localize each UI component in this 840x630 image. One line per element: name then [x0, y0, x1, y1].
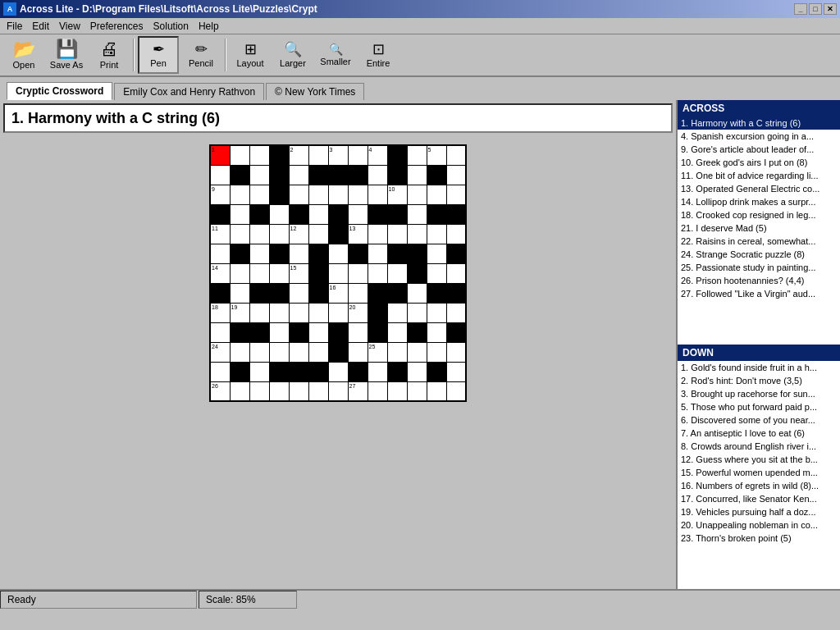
- cell-5-11[interactable]: [427, 244, 446, 263]
- across-clue-21[interactable]: 21. I deserve Mad (5): [678, 221, 840, 235]
- cell-12-2[interactable]: [249, 381, 269, 401]
- cell-3-3[interactable]: [269, 204, 289, 224]
- cell-1-2[interactable]: [249, 165, 269, 185]
- down-clue-6[interactable]: 6. Discovered some of you near...: [678, 413, 840, 427]
- cell-6-0[interactable]: 14: [210, 263, 230, 283]
- cell-8-2[interactable]: [249, 303, 269, 322]
- tab-copyright[interactable]: © New York Times: [266, 83, 364, 100]
- cell-6-4[interactable]: 15: [289, 263, 308, 283]
- cell-9-11[interactable]: [427, 322, 446, 342]
- across-clue-25[interactable]: 25. Passionate study in painting...: [678, 261, 840, 274]
- cell-9-3[interactable]: [269, 322, 289, 342]
- cell-9-7[interactable]: [348, 322, 368, 342]
- cell-10-5[interactable]: [308, 342, 328, 362]
- cell-7-10[interactable]: [407, 283, 427, 303]
- cell-8-3[interactable]: [269, 303, 289, 322]
- cell-4-8[interactable]: [368, 224, 387, 244]
- down-clue-20[interactable]: 20. Unappealing nobleman in co...: [678, 518, 840, 532]
- menu-view[interactable]: View: [54, 19, 85, 34]
- entire-button[interactable]: ⊡ Entire: [358, 36, 399, 74]
- across-clue-27[interactable]: 27. Followed "Like a Virgin" aud...: [678, 287, 840, 300]
- cell-10-12[interactable]: [446, 342, 466, 362]
- cell-5-2[interactable]: [249, 244, 269, 263]
- cell-4-9[interactable]: [387, 224, 407, 244]
- print-button[interactable]: 🖨 Print: [89, 36, 130, 74]
- cell-2-8[interactable]: [368, 185, 387, 204]
- cell-10-10[interactable]: [407, 342, 427, 362]
- cell-10-9[interactable]: [387, 342, 407, 362]
- cell-8-12[interactable]: [446, 303, 466, 322]
- cell-5-6[interactable]: [328, 244, 348, 263]
- cell-9-5[interactable]: [308, 322, 328, 342]
- cell-4-7[interactable]: 13: [348, 224, 368, 244]
- cell-2-11[interactable]: [427, 185, 446, 204]
- down-clue-5[interactable]: 5. Those who put forward paid p...: [678, 400, 840, 413]
- cell-12-5[interactable]: [308, 381, 328, 401]
- cell-3-5[interactable]: [308, 204, 328, 224]
- maximize-button[interactable]: □: [809, 3, 822, 15]
- across-clue-14[interactable]: 14. Lollipop drink makes a surpr...: [678, 195, 840, 208]
- cell-6-9[interactable]: [387, 263, 407, 283]
- cell-2-10[interactable]: [407, 185, 427, 204]
- cell-10-11[interactable]: [427, 342, 446, 362]
- cell-4-0[interactable]: 11: [210, 224, 230, 244]
- cell-2-9[interactable]: 10: [387, 185, 407, 204]
- cell-11-6[interactable]: [328, 362, 348, 381]
- cell-6-7[interactable]: [348, 263, 368, 283]
- cell-6-6[interactable]: [328, 263, 348, 283]
- cell-8-0[interactable]: 18: [210, 303, 230, 322]
- smaller-button[interactable]: 🔍 Smaller: [315, 36, 356, 74]
- down-clues-list[interactable]: 1. Gold's found inside fruit in a h...2.…: [678, 361, 840, 589]
- cell-11-0[interactable]: [210, 362, 230, 381]
- cell-2-4[interactable]: [289, 185, 308, 204]
- across-clue-9[interactable]: 9. Gore's article about leader of...: [678, 143, 840, 156]
- cell-10-3[interactable]: [269, 342, 289, 362]
- cell-10-2[interactable]: [249, 342, 269, 362]
- cell-2-12[interactable]: [446, 185, 466, 204]
- cell-0-10[interactable]: [407, 145, 427, 165]
- cell-4-1[interactable]: [230, 224, 249, 244]
- cell-0-2[interactable]: [249, 145, 269, 165]
- across-clue-4[interactable]: 4. Spanish excursion going in a...: [678, 130, 840, 143]
- cell-8-9[interactable]: [387, 303, 407, 322]
- down-clue-15[interactable]: 15. Powerful women upended m...: [678, 466, 840, 479]
- down-clue-23[interactable]: 23. Thorn's broken point (5): [678, 532, 840, 545]
- down-clue-19[interactable]: 19. Vehicles pursuing half a doz...: [678, 505, 840, 518]
- cell-2-0[interactable]: 9: [210, 185, 230, 204]
- cell-4-3[interactable]: [269, 224, 289, 244]
- cell-11-10[interactable]: [407, 362, 427, 381]
- cell-4-10[interactable]: [407, 224, 427, 244]
- cell-7-7[interactable]: [348, 283, 368, 303]
- cell-6-1[interactable]: [230, 263, 249, 283]
- down-clue-12[interactable]: 12. Guess where you sit at the b...: [678, 453, 840, 466]
- across-clue-13[interactable]: 13. Operated General Electric co...: [678, 182, 840, 195]
- cell-4-11[interactable]: [427, 224, 446, 244]
- open-button[interactable]: 📂 Open: [3, 36, 44, 74]
- cell-0-0[interactable]: 1: [210, 145, 230, 165]
- cell-5-0[interactable]: [210, 244, 230, 263]
- cell-11-8[interactable]: [368, 362, 387, 381]
- crossword-grid[interactable]: 1234591011121314151617181920212224252627: [209, 144, 467, 402]
- larger-button[interactable]: 🔍 Larger: [272, 36, 313, 74]
- cell-10-7[interactable]: [348, 342, 368, 362]
- minimize-button[interactable]: _: [794, 3, 807, 15]
- cell-12-10[interactable]: [407, 381, 427, 401]
- layout-button[interactable]: ⊞ Layout: [230, 36, 271, 74]
- tab-cryptic-crossword[interactable]: Cryptic Crossword: [7, 82, 112, 100]
- cell-2-7[interactable]: [348, 185, 368, 204]
- cell-6-8[interactable]: [368, 263, 387, 283]
- cell-5-8[interactable]: [368, 244, 387, 263]
- cell-1-0[interactable]: [210, 165, 230, 185]
- across-clues-list[interactable]: 1. Harmony with a C string (6)4. Spanish…: [678, 116, 840, 345]
- cell-3-10[interactable]: [407, 204, 427, 224]
- cell-1-4[interactable]: [289, 165, 308, 185]
- cell-12-11[interactable]: [427, 381, 446, 401]
- cell-7-4[interactable]: [289, 283, 308, 303]
- across-clue-11[interactable]: 11. One bit of advice regarding li...: [678, 169, 840, 182]
- cell-2-2[interactable]: [249, 185, 269, 204]
- cell-9-9[interactable]: [387, 322, 407, 342]
- cell-8-11[interactable]: [427, 303, 446, 322]
- cell-10-1[interactable]: [230, 342, 249, 362]
- cell-12-3[interactable]: [269, 381, 289, 401]
- cell-8-1[interactable]: 19: [230, 303, 249, 322]
